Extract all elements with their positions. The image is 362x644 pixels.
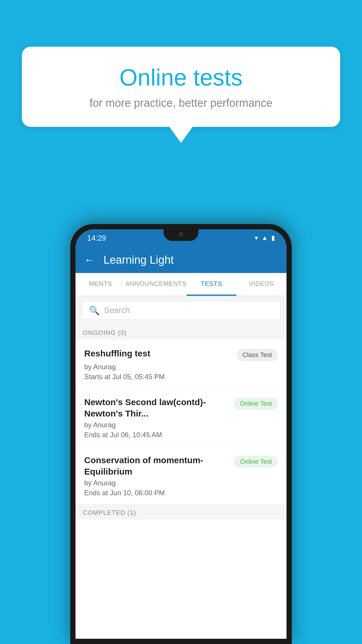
list-item[interactable]: Reshuffling test Class Test by Anurag St… (75, 340, 287, 388)
test-item-header: Newton's Second law(contd)-Newton's Thir… (84, 396, 278, 419)
search-icon: 🔍 (89, 305, 100, 316)
speech-bubble-title: Online tests (42, 64, 320, 91)
speech-bubble: Online tests for more practice, better p… (22, 47, 340, 127)
test-name: Reshuffling test (84, 348, 232, 359)
phone-frame: 14:29 ▾ ▲ ▮ ← Learning Light MENTS ANNOU… (70, 224, 292, 644)
test-name: Conservation of momentum-Equilibrium (84, 454, 230, 477)
battery-icon: ▮ (271, 234, 275, 242)
ongoing-section-header: ONGOING (3) (75, 324, 287, 340)
phone-notch (164, 229, 198, 241)
phone-screen: 14:29 ▾ ▲ ▮ ← Learning Light MENTS ANNOU… (75, 229, 287, 639)
camera-dot (179, 232, 183, 237)
app-header: ← Learning Light (75, 247, 287, 273)
test-badge-online: Online Test (234, 398, 278, 410)
test-author: by Anurag (84, 479, 278, 487)
completed-section-label: COMPLETED (1) (83, 509, 136, 516)
ongoing-section-label: ONGOING (3) (83, 329, 126, 336)
tab-tests[interactable]: TESTS (187, 273, 237, 296)
completed-section-header: COMPLETED (1) (75, 504, 287, 519)
test-name: Newton's Second law(contd)-Newton's Thir… (84, 396, 230, 419)
tab-videos[interactable]: VIDEOS (236, 273, 287, 296)
status-time: 14:29 (87, 234, 106, 243)
search-container: 🔍 Search (75, 296, 287, 324)
test-author: by Anurag (84, 363, 278, 371)
speech-bubble-subtitle: for more practice, better performance (42, 97, 320, 109)
tab-announcements[interactable]: ANNOUNCEMENTS (126, 273, 187, 296)
speech-bubble-arrow (169, 127, 193, 143)
signal-icon: ▲ (261, 234, 268, 242)
search-bar[interactable]: 🔍 Search (81, 301, 281, 320)
wifi-icon: ▾ (255, 234, 258, 242)
test-item-header: Conservation of momentum-Equilibrium Onl… (84, 454, 278, 477)
tab-ments[interactable]: MENTS (75, 273, 126, 296)
test-list: Reshuffling test Class Test by Anurag St… (75, 340, 287, 639)
back-button[interactable]: ← (84, 254, 95, 266)
tabs-bar: MENTS ANNOUNCEMENTS TESTS VIDEOS (75, 273, 287, 296)
test-badge-online: Online Test (234, 456, 278, 468)
speech-bubble-container: Online tests for more practice, better p… (22, 47, 340, 143)
test-date: Starts at Jul 05, 05:45 PM (84, 373, 278, 381)
test-date: Ends at Jul 06, 10:45 AM (84, 431, 278, 439)
test-item-header: Reshuffling test Class Test (84, 348, 278, 361)
test-author: by Anurag (84, 421, 278, 429)
test-badge-class: Class Test (237, 349, 278, 361)
list-item[interactable]: Newton's Second law(contd)-Newton's Thir… (75, 388, 287, 446)
status-icons: ▾ ▲ ▮ (255, 234, 275, 242)
list-item[interactable]: Conservation of momentum-Equilibrium Onl… (75, 446, 287, 504)
app-title: Learning Light (103, 254, 174, 266)
test-date: Ends at Jun 10, 06:00 PM (84, 489, 278, 497)
search-placeholder: Search (104, 306, 130, 315)
